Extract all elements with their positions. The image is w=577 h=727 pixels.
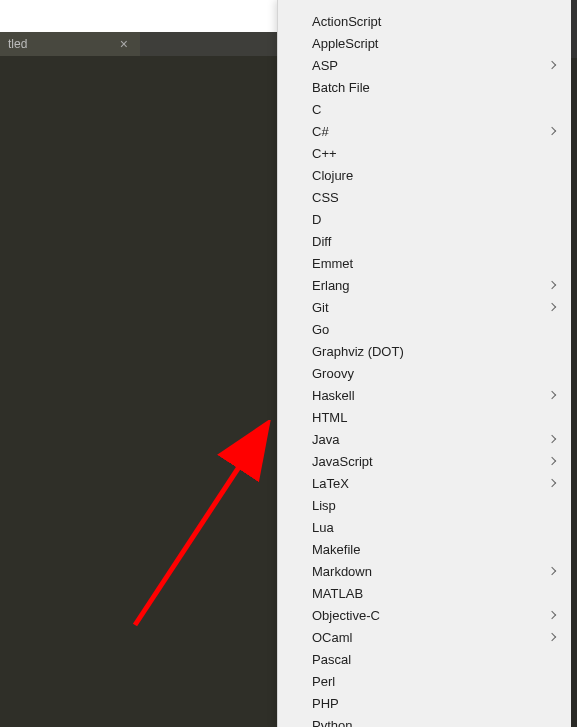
menu-item-objective-c[interactable]: Objective-C: [278, 604, 571, 626]
chevron-right-icon: [549, 611, 557, 619]
menu-item-label: Makefile: [312, 542, 360, 557]
menu-item-label: C: [312, 102, 321, 117]
right-edge-strip: [571, 0, 577, 727]
menu-item-graphviz-dot-[interactable]: Graphviz (DOT): [278, 340, 571, 362]
menu-item-perl[interactable]: Perl: [278, 670, 571, 692]
menu-item-label: C#: [312, 124, 329, 139]
menu-item-label: Erlang: [312, 278, 350, 293]
menu-item-java[interactable]: Java: [278, 428, 571, 450]
menu-item-php[interactable]: PHP: [278, 692, 571, 714]
chevron-right-icon: [549, 303, 557, 311]
chevron-right-icon: [549, 127, 557, 135]
menu-item-label: JavaScript: [312, 454, 373, 469]
menu-item-label: Haskell: [312, 388, 355, 403]
syntax-menu-panel: ActionScriptAppleScriptASPBatch FileCC#C…: [277, 0, 571, 727]
menu-item-label: Markdown: [312, 564, 372, 579]
chevron-right-icon: [549, 633, 557, 641]
tab-untitled[interactable]: tled ×: [0, 32, 140, 56]
chevron-right-icon: [549, 479, 557, 487]
menu-item-c-[interactable]: C++: [278, 142, 571, 164]
menu-item-label: Graphviz (DOT): [312, 344, 404, 359]
menu-item-label: Lisp: [312, 498, 336, 513]
menu-item-latex[interactable]: LaTeX: [278, 472, 571, 494]
menu-item-applescript[interactable]: AppleScript: [278, 32, 571, 54]
menu-item-label: Perl: [312, 674, 335, 689]
menu-item-lisp[interactable]: Lisp: [278, 494, 571, 516]
menu-item-diff[interactable]: Diff: [278, 230, 571, 252]
menu-item-label: AppleScript: [312, 36, 378, 51]
menu-item-d[interactable]: D: [278, 208, 571, 230]
chevron-right-icon: [549, 457, 557, 465]
menu-item-label: D: [312, 212, 321, 227]
menu-item-label: Objective-C: [312, 608, 380, 623]
menu-item-makefile[interactable]: Makefile: [278, 538, 571, 560]
close-icon[interactable]: ×: [116, 36, 132, 52]
menu-item-css[interactable]: CSS: [278, 186, 571, 208]
menu-item-label: Batch File: [312, 80, 370, 95]
menu-item-javascript[interactable]: JavaScript: [278, 450, 571, 472]
top-strip: [0, 0, 277, 32]
chevron-right-icon: [549, 61, 557, 69]
menu-item-ocaml[interactable]: OCaml: [278, 626, 571, 648]
menu-item-python[interactable]: Python: [278, 714, 571, 727]
editor-area[interactable]: [0, 56, 277, 727]
menu-item-label: ASP: [312, 58, 338, 73]
chevron-right-icon: [549, 281, 557, 289]
menu-item-erlang[interactable]: Erlang: [278, 274, 571, 296]
chevron-right-icon: [549, 567, 557, 575]
menu-item-asp[interactable]: ASP: [278, 54, 571, 76]
menu-item-label: HTML: [312, 410, 347, 425]
menu-item-label: LaTeX: [312, 476, 349, 491]
menu-item-label: OCaml: [312, 630, 352, 645]
chevron-right-icon: [549, 435, 557, 443]
menu-item-html[interactable]: HTML: [278, 406, 571, 428]
menu-item-label: MATLAB: [312, 586, 363, 601]
menu-item-emmet[interactable]: Emmet: [278, 252, 571, 274]
tab-label: tled: [8, 37, 27, 51]
tab-bar: tled ×: [0, 32, 277, 56]
menu-item-pascal[interactable]: Pascal: [278, 648, 571, 670]
menu-item-label: PHP: [312, 696, 339, 711]
menu-item-label: Pascal: [312, 652, 351, 667]
menu-item-label: Diff: [312, 234, 331, 249]
menu-item-batch-file[interactable]: Batch File: [278, 76, 571, 98]
menu-item-git[interactable]: Git: [278, 296, 571, 318]
menu-item-groovy[interactable]: Groovy: [278, 362, 571, 384]
menu-item-clojure[interactable]: Clojure: [278, 164, 571, 186]
menu-item-haskell[interactable]: Haskell: [278, 384, 571, 406]
menu-item-label: Git: [312, 300, 329, 315]
menu-item-label: Lua: [312, 520, 334, 535]
menu-item-c-[interactable]: C#: [278, 120, 571, 142]
menu-item-markdown[interactable]: Markdown: [278, 560, 571, 582]
menu-item-label: Groovy: [312, 366, 354, 381]
menu-item-label: Clojure: [312, 168, 353, 183]
menu-item-lua[interactable]: Lua: [278, 516, 571, 538]
menu-item-label: C++: [312, 146, 337, 161]
syntax-menu-list: ActionScriptAppleScriptASPBatch FileCC#C…: [278, 0, 571, 727]
menu-item-label: Java: [312, 432, 339, 447]
menu-item-label: Python: [312, 718, 352, 728]
menu-item-label: CSS: [312, 190, 339, 205]
menu-item-matlab[interactable]: MATLAB: [278, 582, 571, 604]
editor-background: tled ×: [0, 0, 277, 727]
menu-item-actionscript[interactable]: ActionScript: [278, 10, 571, 32]
menu-item-label: Emmet: [312, 256, 353, 271]
chevron-right-icon: [549, 391, 557, 399]
menu-item-c[interactable]: C: [278, 98, 571, 120]
menu-item-label: Go: [312, 322, 329, 337]
menu-item-go[interactable]: Go: [278, 318, 571, 340]
menu-item-label: ActionScript: [312, 14, 381, 29]
